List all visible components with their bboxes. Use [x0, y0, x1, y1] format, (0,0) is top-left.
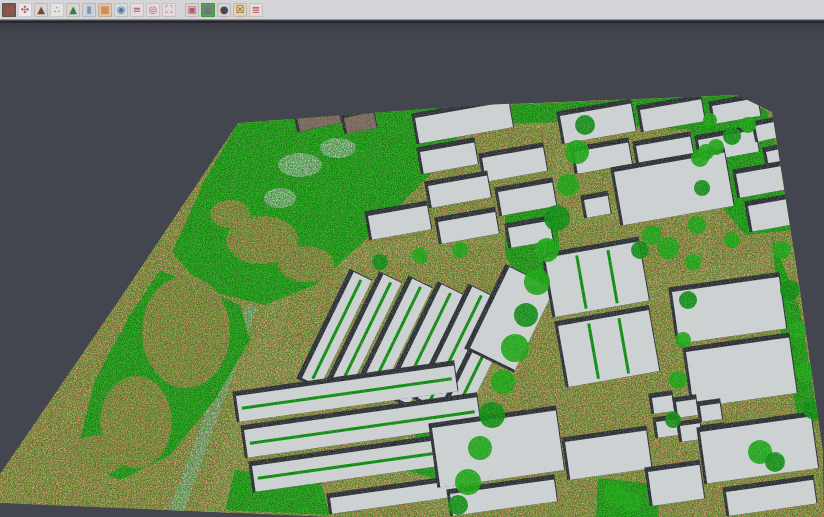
circle-select-icon[interactable]: ◎: [146, 3, 160, 17]
section-lines-icon[interactable]: ≡: [130, 3, 144, 17]
profile-bar-icon[interactable]: ▮: [82, 3, 96, 17]
classified-map-icon[interactable]: ▦: [201, 3, 215, 17]
fence-select-icon[interactable]: ⛶: [162, 3, 176, 17]
binoculars-icon[interactable]: ●: [217, 3, 231, 17]
camera-view-icon[interactable]: ▣: [185, 3, 199, 17]
main-toolbar: ▦✣▲∴▲▮■◉≡◎⛶▣▦●☒≣: [0, 0, 824, 20]
globe-icon[interactable]: ◉: [114, 3, 128, 17]
terrain-mound-icon[interactable]: ▲: [34, 3, 48, 17]
scatter-points-icon[interactable]: ∴: [50, 3, 64, 17]
ortho-tile-icon[interactable]: ■: [98, 3, 112, 17]
classify-points-icon[interactable]: ▦: [2, 3, 16, 17]
crossed-box-icon[interactable]: ☒: [233, 3, 247, 17]
layer-lines-icon[interactable]: ≣: [249, 3, 263, 17]
3d-viewport[interactable]: [0, 0, 824, 517]
point-cluster-icon[interactable]: ✣: [18, 3, 32, 17]
application-window: ▦✣▲∴▲▮■◉≡◎⛶▣▦●☒≣: [0, 0, 824, 517]
green-surface-icon[interactable]: ▲: [66, 3, 80, 17]
